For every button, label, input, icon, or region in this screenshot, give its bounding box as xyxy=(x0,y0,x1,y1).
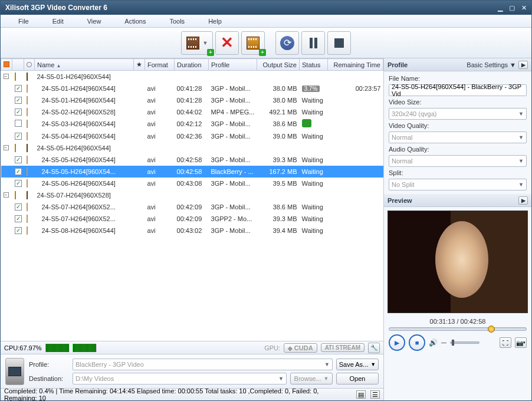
log-icon[interactable]: ☰ xyxy=(370,390,380,399)
open-button[interactable]: Open xyxy=(336,373,379,384)
device-image xyxy=(5,358,24,385)
file-table[interactable]: Name ▲ ★ Format Duration Profile Output … xyxy=(1,58,383,341)
table-row[interactable]: 24-S5-08-H264[960X544]avi00:43:023GP - M… xyxy=(1,225,383,236)
select-all-icon[interactable] xyxy=(4,61,9,67)
col-profile[interactable]: Profile xyxy=(209,59,257,71)
menu-actions[interactable]: Actions xyxy=(113,18,157,25)
film-icon xyxy=(27,191,28,199)
videoquality-label: Video Quality: xyxy=(389,122,527,129)
row-checkbox[interactable] xyxy=(15,85,22,92)
table-row[interactable]: 24-S5-05-H264[960X54...avi00:42:58BlackB… xyxy=(1,166,383,178)
volume-icon: 🔊 xyxy=(429,338,438,347)
row-checkbox[interactable] xyxy=(15,168,22,175)
bottom-panel: Profile: BlackBerry - 3GP Video▼ Save As… xyxy=(1,354,383,389)
row-checkbox[interactable] xyxy=(15,109,22,116)
folder-icon xyxy=(15,144,16,152)
file-icon xyxy=(27,120,28,128)
window-title: Xilisoft 3GP Video Converter 6 xyxy=(3,4,494,12)
row-checkbox[interactable] xyxy=(15,227,22,234)
convert-button[interactable]: ⟳ xyxy=(275,31,299,55)
table-row[interactable]: 24-S5-03-H264[960X544]avi00:42:123GP - M… xyxy=(1,118,383,130)
table-row[interactable]: −24-S5-01-H264[960X544] xyxy=(1,71,383,83)
cpu-graph xyxy=(45,344,69,352)
row-checkbox[interactable] xyxy=(15,180,22,187)
settings-icon-button[interactable]: 🔧 xyxy=(368,343,380,353)
status-bar: Completed: 0.4% | Time Remaining: 04:14:… xyxy=(1,389,383,400)
play-button[interactable]: ▶ xyxy=(389,334,405,351)
col-status[interactable]: Status xyxy=(300,59,328,71)
videosize-dropdown[interactable]: 320x240 (qvga)▼ xyxy=(389,108,527,120)
table-row[interactable]: 24-S5-01-H264[960X544]avi00:41:283GP - M… xyxy=(1,94,383,106)
row-checkbox[interactable] xyxy=(15,133,22,140)
volume-thumb[interactable] xyxy=(452,340,454,346)
table-row[interactable]: 24-S5-05-H264[960X544]avi00:42:583GP - M… xyxy=(1,154,383,166)
row-checkbox[interactable] xyxy=(15,97,22,104)
basic-settings-dropdown[interactable]: Basic Settings ▼ xyxy=(467,61,516,68)
expand-preview-button[interactable]: ▶ xyxy=(518,196,528,205)
expander-icon[interactable]: − xyxy=(4,145,9,150)
pause-button[interactable] xyxy=(301,31,325,55)
table-row[interactable]: 24-S5-04-H264[960X544]avi00:42:363GP - M… xyxy=(1,130,383,142)
snapshot-button[interactable]: 📷▾ xyxy=(515,337,527,348)
col-duration[interactable]: Duration xyxy=(175,59,209,71)
volume-slider[interactable] xyxy=(450,341,480,344)
video-preview[interactable] xyxy=(387,211,528,313)
menu-file[interactable]: File xyxy=(6,18,41,25)
preview-stop-button[interactable]: ■ xyxy=(409,334,425,351)
table-row[interactable]: 24-S5-02-H264[960X528]avi00:44:02MP4 - M… xyxy=(1,106,383,118)
videosize-label: Video Size: xyxy=(389,98,527,106)
expand-profile-button[interactable]: ▶ xyxy=(518,61,528,69)
cuda-badge: ◆ CUDA xyxy=(284,343,317,353)
minimize-button[interactable]: ▁ xyxy=(495,3,505,12)
gpu-label: GPU: xyxy=(264,344,280,351)
cpu-label: CPU:67.97% xyxy=(4,344,42,351)
filename-input[interactable]: 24-S5-05-H264[960X544] - BlackBerry - 3G… xyxy=(389,84,527,96)
stop-button[interactable] xyxy=(327,31,351,55)
expander-icon[interactable]: − xyxy=(4,74,9,79)
maximize-button[interactable]: ▢ xyxy=(507,3,517,12)
save-as-button[interactable]: Save As...▼ xyxy=(336,359,379,370)
table-row[interactable]: −24-S5-05-H264[960X544] xyxy=(1,142,383,154)
add-file-button[interactable]: + ▼ xyxy=(181,31,213,55)
row-checkbox[interactable] xyxy=(15,156,22,163)
table-row[interactable]: −24-S5-07-H264[960X528] xyxy=(1,189,383,201)
menu-tools[interactable]: Tools xyxy=(157,18,196,25)
filename-label: File Name: xyxy=(389,75,527,82)
done-icon xyxy=(302,119,311,127)
file-icon xyxy=(27,108,28,116)
col-remaining[interactable]: Remaining Time xyxy=(328,59,383,71)
menu-help[interactable]: Help xyxy=(196,18,234,25)
browse-button[interactable]: Browse...▼ xyxy=(290,373,333,384)
destination-input[interactable]: D:\My Videos▼ xyxy=(73,373,287,384)
seek-thumb[interactable] xyxy=(488,326,495,333)
add-profile-button[interactable]: + xyxy=(241,31,265,55)
table-row[interactable]: 24-S5-07-H264[960X52...avi00:42:093GPP2 … xyxy=(1,213,383,225)
row-checkbox[interactable] xyxy=(15,215,22,222)
folder-icon xyxy=(15,73,16,81)
remove-button[interactable]: ✕ xyxy=(215,31,239,55)
table-row[interactable]: 24-S5-06-H264[960X544]avi00:43:083GP - M… xyxy=(1,178,383,189)
table-row[interactable]: 24-S5-07-H264[960X52...avi00:42:093GP - … xyxy=(1,201,383,213)
videoquality-dropdown[interactable]: Normal▼ xyxy=(389,132,527,143)
expander-icon[interactable]: − xyxy=(4,192,9,198)
film-icon xyxy=(27,73,28,81)
x-icon: ✕ xyxy=(221,34,234,52)
menu-bar: File Edit View Actions Tools Help xyxy=(1,15,531,28)
col-format[interactable]: Format xyxy=(145,59,175,71)
film-icon xyxy=(247,37,260,50)
audioquality-dropdown[interactable]: Normal▼ xyxy=(389,155,527,167)
row-checkbox[interactable] xyxy=(15,203,22,211)
menu-view[interactable]: View xyxy=(75,18,113,25)
col-name[interactable]: Name ▲ xyxy=(35,59,134,71)
list-view-icon[interactable]: ▤ xyxy=(356,390,366,399)
seek-slider[interactable] xyxy=(389,327,527,331)
fullscreen-button[interactable]: ⛶ xyxy=(500,337,511,348)
menu-edit[interactable]: Edit xyxy=(41,18,75,25)
col-output-size[interactable]: Output Size xyxy=(257,59,300,71)
profile-dropdown[interactable]: BlackBerry - 3GP Video▼ xyxy=(73,359,333,370)
table-row[interactable]: 24-S5-01-H264[960X544]avi00:41:283GP - M… xyxy=(1,83,383,94)
close-button[interactable]: ✕ xyxy=(518,3,529,12)
row-checkbox[interactable] xyxy=(15,120,22,127)
split-dropdown[interactable]: No Split▼ xyxy=(389,179,527,190)
refresh-icon: ⟳ xyxy=(280,36,294,50)
